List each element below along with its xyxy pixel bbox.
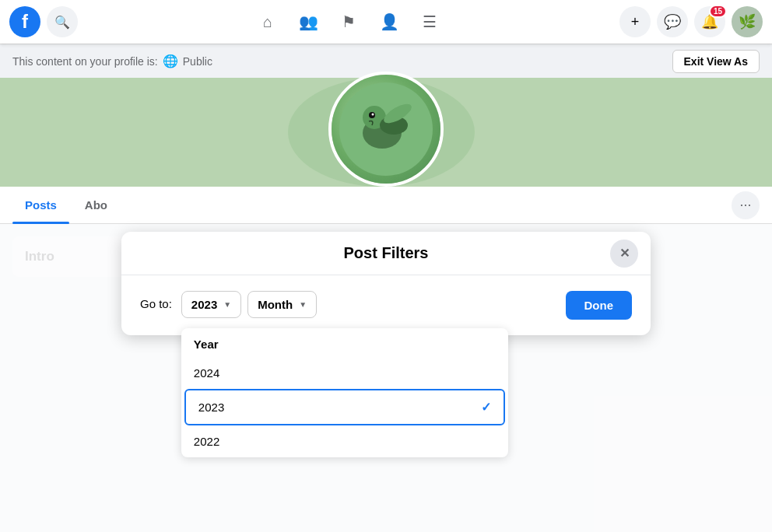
modal-body: Go to: 2023 ▼ Year 2024 bbox=[121, 275, 651, 335]
done-button[interactable]: Done bbox=[566, 291, 633, 320]
svg-point-7 bbox=[372, 114, 374, 116]
month-dropdown-value: Month bbox=[258, 298, 293, 311]
nav-bar: f 🔍 ⌂ 👥 ⚑ 👤 ☰ + 💬 🔔 15 bbox=[0, 0, 772, 44]
goto-label: Go to: bbox=[140, 291, 172, 310]
profile-tabs: Posts Abo ··· bbox=[0, 187, 772, 224]
visibility-label: Public bbox=[183, 55, 212, 68]
friends-nav-button[interactable]: 👥 bbox=[290, 3, 327, 40]
create-button[interactable]: + bbox=[619, 6, 651, 37]
nav-left: f 🔍 bbox=[9, 6, 78, 37]
nav-right: + 💬 🔔 15 🌿 bbox=[619, 6, 763, 37]
globe-icon: 🌐 bbox=[163, 54, 178, 68]
month-dropdown-button[interactable]: Month ▼ bbox=[247, 291, 317, 318]
post-filters-modal: Post Filters ✕ Go to: 2023 ▼ bbox=[121, 232, 651, 335]
year-dropdown-list: Year 2024 2023 ✓ 2022 bbox=[181, 328, 508, 457]
nav-center: ⌂ 👥 ⚑ 👤 ☰ bbox=[78, 3, 619, 40]
user-avatar-button[interactable]: 🌿 bbox=[732, 6, 763, 37]
year-2023-label: 2023 bbox=[198, 401, 224, 414]
page-content: Intro Post Filters ✕ Go to: 2023 bbox=[0, 224, 772, 532]
tab-about[interactable]: Abo bbox=[72, 192, 120, 218]
home-icon: ⌂ bbox=[263, 13, 272, 31]
modal-title: Post Filters bbox=[344, 244, 429, 262]
year-2024-label: 2024 bbox=[194, 366, 219, 380]
tab-posts[interactable]: Posts bbox=[12, 192, 69, 218]
year-option-2022[interactable]: 2022 bbox=[181, 425, 508, 457]
tab-more-button[interactable]: ··· bbox=[732, 191, 760, 219]
year-2022-label: 2022 bbox=[194, 435, 219, 448]
filter-controls: 2023 ▼ Year 2024 2023 ✓ bbox=[181, 291, 317, 318]
avatar-image: 🌿 bbox=[739, 13, 756, 30]
menu-icon: ☰ bbox=[423, 12, 437, 31]
year-dropdown-value: 2023 bbox=[191, 298, 217, 311]
more-tabs-icon: ··· bbox=[739, 197, 751, 213]
selected-check-icon: ✓ bbox=[481, 400, 491, 415]
month-dropdown-arrow-icon: ▼ bbox=[299, 300, 307, 309]
year-list-header: Year bbox=[181, 328, 508, 357]
profile-nav-button[interactable]: 👤 bbox=[370, 3, 408, 40]
notifications-button[interactable]: 🔔 15 bbox=[694, 6, 725, 37]
messenger-button[interactable]: 💬 bbox=[657, 6, 688, 37]
year-dropdown-button[interactable]: 2023 ▼ bbox=[181, 291, 241, 318]
profile-banner bbox=[0, 78, 772, 187]
flag-icon: ⚑ bbox=[342, 12, 356, 31]
home-nav-button[interactable]: ⌂ bbox=[249, 3, 286, 40]
modal-header: Post Filters ✕ bbox=[121, 232, 651, 275]
year-option-2024[interactable]: 2024 bbox=[181, 357, 508, 389]
search-button[interactable]: 🔍 bbox=[47, 6, 78, 37]
modal-overlay: Post Filters ✕ Go to: 2023 ▼ bbox=[0, 224, 772, 532]
friends-icon: 👥 bbox=[299, 12, 318, 31]
profile-avatar-container bbox=[328, 72, 444, 187]
profile-nav-icon: 👤 bbox=[380, 12, 399, 31]
exit-view-as-button[interactable]: Exit View As bbox=[672, 50, 760, 73]
menu-nav-button[interactable]: ☰ bbox=[411, 3, 448, 40]
notification-badge: 15 bbox=[709, 5, 727, 18]
plus-icon: + bbox=[631, 14, 640, 30]
year-dropdown-container: 2023 ▼ Year 2024 2023 ✓ bbox=[181, 291, 241, 318]
view-as-text: This content on your profile is: bbox=[12, 55, 158, 68]
facebook-logo[interactable]: f bbox=[9, 6, 40, 37]
messenger-icon: 💬 bbox=[664, 13, 681, 30]
close-icon: ✕ bbox=[619, 246, 630, 261]
modal-close-button[interactable]: ✕ bbox=[610, 240, 638, 268]
view-as-left: This content on your profile is: 🌐 Publi… bbox=[12, 54, 212, 68]
flag-nav-button[interactable]: ⚑ bbox=[330, 3, 367, 40]
year-option-2023[interactable]: 2023 ✓ bbox=[184, 389, 505, 425]
profile-avatar bbox=[332, 75, 440, 184]
year-dropdown-arrow-icon: ▼ bbox=[223, 300, 231, 309]
search-icon: 🔍 bbox=[54, 15, 70, 30]
